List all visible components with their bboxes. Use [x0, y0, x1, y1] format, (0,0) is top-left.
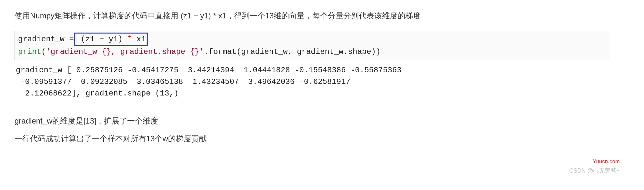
output-block: gradient_w [ 0.25875126 -0.45417275 3.44… [15, 65, 629, 99]
minus-operator: − [99, 35, 104, 44]
output-line-3: 2.12068622], gradient.shape (13,) [16, 89, 178, 98]
code-lhs: gradient_w [18, 35, 69, 44]
output-line-2: -0.09591377 0.09232085 3.03465138 1.4323… [16, 77, 350, 86]
watermark-yuucn: Yuucn.com [593, 157, 620, 166]
watermark-csdn: CSDN @心无旁骛~ [569, 166, 620, 175]
multiply-operator: * [127, 35, 132, 44]
intro-text: 使用Numpy矩阵操作，计算梯度的代码中直接用 (z1 − y1) * x1，得… [15, 10, 629, 22]
hl-part-open: (z1 [76, 35, 99, 44]
explanation-text-2: 一行代码成功计算出了一个样本对所有13个w的梯度贡献 [15, 133, 629, 145]
hl-part-mid: y1) [104, 35, 127, 44]
format-call: .format(gradient_w, gradient_w.shape)) [204, 47, 380, 56]
format-string: 'gradient_w {}, gradient.shape {}' [46, 47, 204, 56]
output-line-1: gradient_w [ 0.25875126 -0.45417275 3.44… [16, 66, 401, 75]
highlighted-expression: (z1 − y1) * x1 [74, 33, 148, 46]
explanation-text-1: gradient_w的维度是[13]，扩展了一个维度 [15, 115, 629, 127]
code-block: gradient_w = (z1 − y1) * x1 print('gradi… [15, 31, 611, 60]
code-line-1: gradient_w = (z1 − y1) * x1 [18, 33, 608, 46]
hl-part-close: x1 [132, 35, 146, 44]
code-line-2: print('gradient_w {}, gradient.shape {}'… [18, 46, 608, 58]
print-keyword: print [18, 47, 41, 56]
open-paren: ( [41, 47, 46, 56]
equals-operator: = [69, 35, 74, 44]
